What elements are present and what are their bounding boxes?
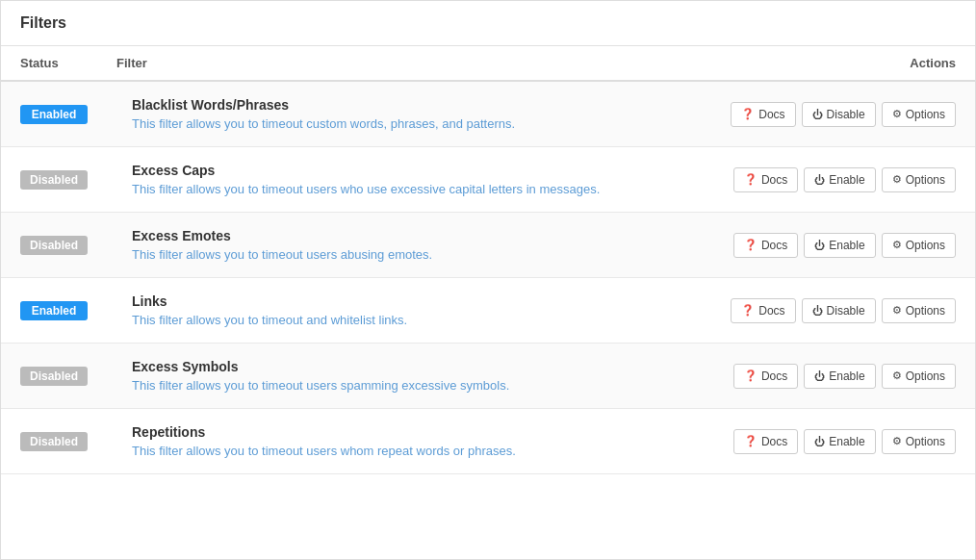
status-badge: Disabled: [20, 236, 88, 255]
options-label: Options: [906, 304, 945, 318]
filter-info: Repetitions This filter allows you to ti…: [116, 424, 725, 458]
options-button[interactable]: ⚙ Options: [882, 233, 956, 258]
gear-icon: ⚙: [892, 173, 902, 186]
page-header: Filters: [1, 1, 975, 46]
options-button[interactable]: ⚙ Options: [882, 167, 956, 192]
toggle-button[interactable]: ⏻ Enable: [804, 233, 875, 258]
options-button[interactable]: ⚙ Options: [882, 364, 956, 389]
filter-row: Disabled Excess Caps This filter allows …: [1, 147, 975, 213]
question-icon: ❓: [744, 239, 758, 251]
options-label: Options: [906, 173, 945, 187]
filter-description: This filter allows you to timeout users …: [132, 182, 725, 196]
filter-description: This filter allows you to timeout users …: [132, 247, 725, 262]
status-badge: Enabled: [20, 301, 88, 320]
status-col: Enabled: [20, 301, 116, 320]
filter-description: This filter allows you to timeout users …: [132, 444, 725, 458]
status-col: Disabled: [20, 236, 116, 255]
docs-button[interactable]: ❓ Docs: [731, 298, 795, 323]
power-icon: ⏻: [812, 109, 823, 120]
filter-description: This filter allows you to timeout and wh…: [132, 313, 725, 327]
toggle-button[interactable]: ⏻ Disable: [802, 298, 876, 323]
status-col: Disabled: [20, 432, 116, 451]
docs-label: Docs: [761, 173, 787, 187]
toggle-label: Disable: [827, 304, 865, 318]
question-icon: ❓: [741, 108, 755, 120]
filter-actions: ❓ Docs ⏻ Disable ⚙ Options: [725, 102, 956, 127]
header-actions: Actions: [725, 56, 956, 70]
header-status: Status: [20, 56, 116, 70]
header-filter: Filter: [116, 56, 725, 70]
filter-actions: ❓ Docs ⏻ Enable ⚙ Options: [725, 429, 956, 454]
filter-name: Excess Caps: [132, 163, 725, 178]
options-label: Options: [906, 108, 945, 121]
filter-info: Excess Caps This filter allows you to ti…: [116, 163, 725, 196]
filter-name: Blacklist Words/Phrases: [132, 97, 725, 113]
power-icon: ⏻: [812, 305, 823, 317]
status-badge: Disabled: [20, 170, 88, 190]
filter-row: Disabled Excess Symbols This filter allo…: [1, 344, 975, 409]
question-icon: ❓: [741, 304, 755, 317]
filter-actions: ❓ Docs ⏻ Enable ⚙ Options: [725, 167, 956, 192]
filter-row: Disabled Repetitions This filter allows …: [1, 409, 975, 474]
docs-button[interactable]: ❓ Docs: [733, 233, 798, 258]
filter-name: Excess Symbols: [132, 359, 725, 374]
gear-icon: ⚙: [892, 108, 902, 120]
filter-row: Enabled Links This filter allows you to …: [1, 278, 975, 344]
question-icon: ❓: [744, 369, 758, 382]
docs-button[interactable]: ❓ Docs: [733, 364, 798, 389]
status-badge: Disabled: [20, 367, 88, 386]
options-label: Options: [906, 435, 945, 448]
filter-name: Repetitions: [132, 424, 725, 440]
toggle-button[interactable]: ⏻ Enable: [804, 429, 875, 454]
gear-icon: ⚙: [892, 369, 902, 382]
gear-icon: ⚙: [892, 304, 902, 317]
docs-label: Docs: [758, 108, 784, 121]
power-icon: ⏻: [814, 174, 825, 186]
status-col: Enabled: [20, 105, 116, 124]
gear-icon: ⚙: [892, 435, 902, 447]
toggle-button[interactable]: ⏻ Enable: [804, 167, 875, 192]
docs-button[interactable]: ❓ Docs: [733, 167, 798, 192]
options-button[interactable]: ⚙ Options: [882, 429, 956, 454]
filter-info: Blacklist Words/Phrases This filter allo…: [116, 97, 725, 131]
filter-row: Enabled Blacklist Words/Phrases This fil…: [1, 82, 975, 147]
power-icon: ⏻: [814, 240, 825, 251]
filter-description: This filter allows you to timeout custom…: [132, 116, 725, 131]
page-title: Filters: [20, 14, 66, 31]
filter-info: Excess Emotes This filter allows you to …: [116, 228, 725, 262]
toggle-label: Enable: [829, 369, 864, 383]
options-button[interactable]: ⚙ Options: [882, 298, 956, 323]
toggle-label: Enable: [829, 173, 864, 187]
docs-label: Docs: [761, 369, 787, 383]
question-icon: ❓: [744, 435, 758, 447]
page-wrapper: Filters Status Filter Actions Enabled Bl…: [0, 0, 976, 560]
docs-label: Docs: [758, 304, 784, 318]
filters-table: Status Filter Actions Enabled Blacklist …: [1, 46, 975, 474]
filter-actions: ❓ Docs ⏻ Enable ⚙ Options: [725, 233, 956, 258]
filter-info: Excess Symbols This filter allows you to…: [116, 359, 725, 393]
docs-button[interactable]: ❓ Docs: [731, 102, 795, 127]
toggle-button[interactable]: ⏻ Enable: [804, 364, 875, 389]
options-label: Options: [906, 239, 945, 252]
filter-row: Disabled Excess Emotes This filter allow…: [1, 213, 975, 278]
filter-description: This filter allows you to timeout users …: [132, 378, 725, 393]
filter-actions: ❓ Docs ⏻ Disable ⚙ Options: [725, 298, 956, 323]
status-badge: Disabled: [20, 432, 88, 451]
options-label: Options: [906, 369, 945, 383]
docs-button[interactable]: ❓ Docs: [733, 429, 798, 454]
question-icon: ❓: [744, 173, 758, 186]
toggle-label: Enable: [829, 239, 864, 252]
gear-icon: ⚙: [892, 239, 902, 251]
table-header: Status Filter Actions: [1, 46, 975, 82]
power-icon: ⏻: [814, 370, 825, 382]
filter-info: Links This filter allows you to timeout …: [116, 293, 725, 327]
filter-name: Links: [132, 293, 725, 309]
toggle-label: Enable: [829, 435, 864, 448]
toggle-button[interactable]: ⏻ Disable: [802, 102, 876, 127]
toggle-label: Disable: [827, 108, 865, 121]
docs-label: Docs: [761, 435, 787, 448]
status-col: Disabled: [20, 170, 116, 190]
status-badge: Enabled: [20, 105, 88, 124]
filter-actions: ❓ Docs ⏻ Enable ⚙ Options: [725, 364, 956, 389]
options-button[interactable]: ⚙ Options: [882, 102, 956, 127]
